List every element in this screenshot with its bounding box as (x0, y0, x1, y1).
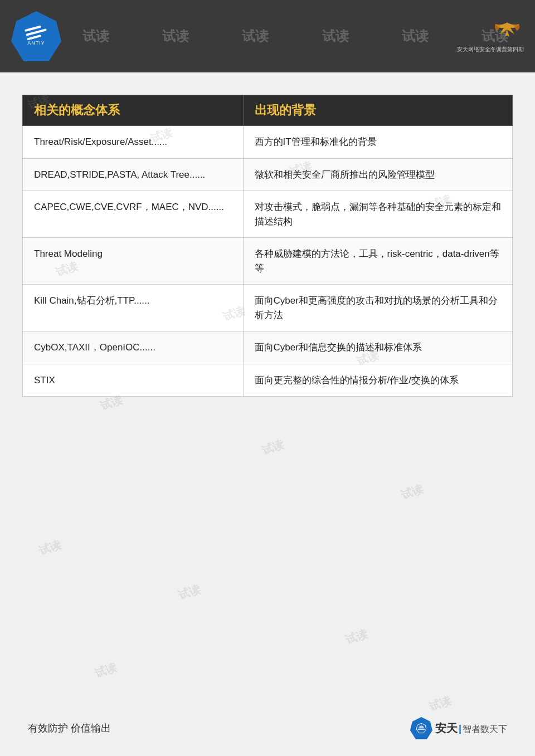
brand-subtitle: 安天网络安全冬训营第四期 (457, 46, 524, 53)
table-row: DREAD,STRIDE,PASTA, Attack Tree......微软和… (23, 158, 513, 191)
header: 试读 试读 试读 试读 试读 试读 ANTIY 安天网络安全冬训营第四期 (0, 0, 535, 72)
table-cell-left: CybOX,TAXII，OpenIOC...... (23, 331, 244, 364)
table-row: Threat/Risk/Exposure/Asset......西方的IT管理和… (23, 126, 513, 159)
table-cell-right: 各种威胁建模的方法论，工具，risk-centric，data-driven等等 (243, 238, 512, 285)
footer: 有效防护 价值输出 安天 | 智者数天下 (0, 717, 535, 739)
table-row: CAPEC,CWE,CVE,CVRF，MAEC，NVD......对攻击模式，脆… (23, 191, 513, 238)
table-cell-left: Threat/Risk/Exposure/Asset...... (23, 126, 244, 159)
table-row: Kill Chain,钻石分析,TTP......面向Cyber和更高强度的攻击… (23, 285, 513, 331)
table-cell-left: CAPEC,CWE,CVE,CVRF，MAEC，NVD...... (23, 191, 244, 238)
wm-body-11: 试读 (37, 537, 64, 559)
wm-body-10: 试读 (400, 481, 426, 503)
footer-logo (410, 717, 432, 739)
table-row: Threat Modeling各种威胁建模的方法论，工具，risk-centri… (23, 238, 513, 285)
table-cell-right: 面向Cyber和更高强度的攻击和对抗的场景的分析工具和分析方法 (243, 285, 512, 331)
table-cell-left: Kill Chain,钻石分析,TTP...... (23, 285, 244, 331)
col2-header: 出现的背景 (243, 95, 512, 126)
eagle-icon (490, 19, 524, 45)
header-wm-2: 试读 (162, 27, 189, 45)
table-cell-right: 面向Cyber和信息交换的描述和标准体系 (243, 331, 512, 364)
footer-right: 安天 | 智者数天下 (410, 717, 507, 739)
table-cell-right: 对攻击模式，脆弱点，漏洞等各种基础的安全元素的标定和描述结构 (243, 191, 512, 238)
wm-body-12: 试读 (177, 582, 203, 603)
wm-body-14: 试读 (93, 660, 119, 681)
main-content: 相关的概念体系 出现的背景 Threat/Risk/Exposure/Asset… (0, 72, 535, 397)
header-wm-5: 试读 (402, 27, 429, 45)
table-row: CybOX,TAXII，OpenIOC......面向Cyber和信息交换的描述… (23, 331, 513, 364)
header-wm-4: 试读 (322, 27, 349, 45)
table-row: STIX面向更完整的综合性的情报分析/作业/交换的体系 (23, 364, 513, 397)
table-cell-right: 微软和相关安全厂商所推出的风险管理模型 (243, 158, 512, 191)
concept-table: 相关的概念体系 出现的背景 Threat/Risk/Exposure/Asset… (22, 95, 513, 397)
header-watermarks: 试读 试读 试读 试读 试读 试读 (0, 0, 535, 72)
footer-left-text: 有效防护 价值输出 (28, 721, 111, 735)
table-cell-right: 西方的IT管理和标准化的背景 (243, 126, 512, 159)
wm-body-13: 试读 (344, 626, 370, 648)
footer-brand-name: 安天 (435, 721, 458, 736)
header-wm-3: 试读 (242, 27, 269, 45)
table-cell-left: Threat Modeling (23, 238, 244, 285)
footer-separator: | (459, 723, 461, 735)
header-brand: 安天网络安全冬训营第四期 (457, 19, 524, 53)
logo-text: ANTIY (27, 40, 45, 46)
footer-brand-sub: 智者数天下 (463, 724, 507, 735)
wm-body-15: 试读 (427, 693, 454, 715)
col1-header: 相关的概念体系 (23, 95, 244, 126)
header-wm-1: 试读 (82, 27, 109, 45)
table-cell-left: STIX (23, 364, 244, 397)
wm-body-9: 试读 (260, 437, 286, 459)
table-cell-right: 面向更完整的综合性的情报分析/作业/交换的体系 (243, 364, 512, 397)
table-cell-left: DREAD,STRIDE,PASTA, Attack Tree...... (23, 158, 244, 191)
